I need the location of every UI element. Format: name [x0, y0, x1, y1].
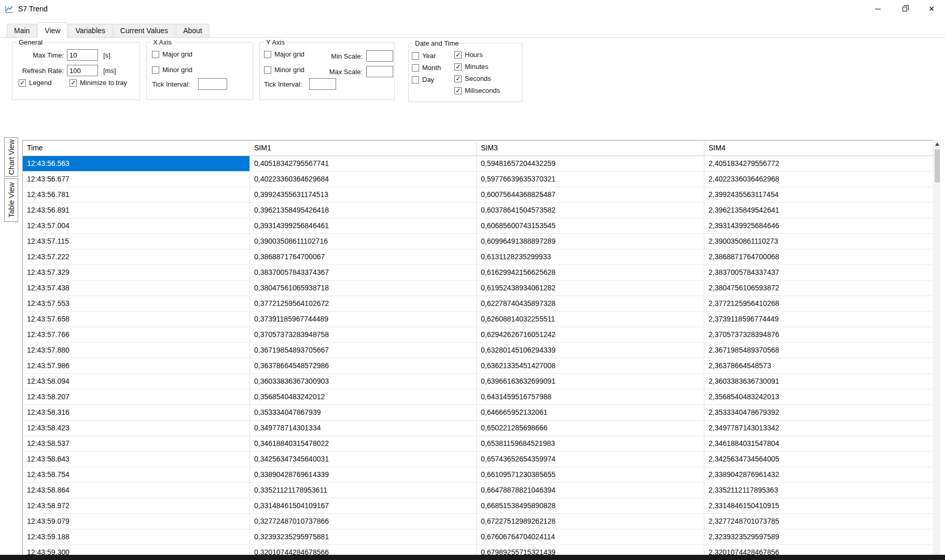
table-row[interactable]: 12:43:57.0040,393143992568464610,6068560…	[23, 218, 934, 234]
tab-variables[interactable]: Variables	[68, 24, 112, 37]
table-cell[interactable]: 2,36378664548573	[704, 358, 934, 374]
tab-main[interactable]: Main	[7, 24, 37, 37]
table-row[interactable]: 12:43:58.9720,331484615041091670,6685153…	[23, 498, 934, 514]
table-row[interactable]: 12:43:59.0790,327724870107378660,6722751…	[23, 514, 934, 529]
column-header-sim1[interactable]: SIM1	[250, 141, 477, 156]
table-cell[interactable]: 0,3868871764700067	[250, 249, 477, 265]
table-cell[interactable]: 0,34618840315478022	[250, 436, 477, 452]
table-cell[interactable]: 2,3962135849542641	[704, 203, 934, 218]
table-row[interactable]: 12:43:56.5630,405183427955677410,5948165…	[23, 156, 934, 172]
table-row[interactable]: 12:43:58.0940,360338363673009030,6396616…	[23, 374, 934, 389]
table-cell[interactable]: 12:43:58.316	[23, 405, 250, 421]
table-cell[interactable]: 12:43:56.563	[23, 156, 250, 172]
table-cell[interactable]: 2,3868871764700068	[704, 249, 934, 265]
x-minor-grid-checkbox[interactable]: Minor grid	[152, 66, 192, 74]
table-cell[interactable]: 0,37391185967744489	[250, 312, 477, 327]
table-row[interactable]: 12:43:58.4230,3497787143013340,650221285…	[23, 421, 934, 436]
table-cell[interactable]: 0,60378641504573582	[477, 203, 704, 218]
column-header-sim4[interactable]: SIM4	[704, 141, 934, 156]
table-cell[interactable]: 0,32772487010737866	[250, 514, 477, 529]
table-cell[interactable]: 0,40518342795567741	[250, 156, 477, 172]
max-time-input[interactable]	[67, 49, 98, 61]
table-row[interactable]: 12:43:58.2070,35685404832420120,64314595…	[23, 389, 934, 405]
y-major-grid-checkbox[interactable]: Major grid	[264, 50, 304, 58]
table-cell[interactable]: 2,3461884031547804	[704, 436, 934, 452]
column-header-sim3[interactable]: SIM3	[477, 141, 704, 156]
table-cell[interactable]: 2,3568540483242013	[704, 389, 934, 405]
minimize-to-tray-checkbox[interactable]: Minimize to tray	[70, 79, 127, 87]
table-cell[interactable]: 0,67227512989262128	[477, 514, 704, 529]
table-cell[interactable]: 2,3533340478679392	[704, 405, 934, 421]
table-row[interactable]: 12:43:58.3160,3533340478679390,646665952…	[23, 405, 934, 421]
table-cell[interactable]: 0,650221285698666	[477, 421, 704, 436]
tab-current-values[interactable]: Current Values	[113, 24, 175, 37]
table-cell[interactable]: 0,59481657204432259	[477, 156, 704, 172]
hours-checkbox[interactable]: Hours	[454, 51, 500, 59]
table-cell[interactable]: 12:43:59.079	[23, 514, 250, 529]
table-row[interactable]: 12:43:58.7540,338904287696143390,6610957…	[23, 467, 934, 483]
table-cell[interactable]: 0,65743652654359974	[477, 452, 704, 467]
day-checkbox[interactable]: Day	[412, 76, 441, 83]
y-tick-interval-input[interactable]	[309, 78, 336, 90]
table-row[interactable]: 12:43:57.8800,367198548937056670,6328014…	[23, 343, 934, 358]
table-cell[interactable]: 0,34256347345640031	[250, 452, 477, 467]
table-cell[interactable]: 2,3314846150410915	[704, 498, 934, 514]
table-cell[interactable]: 12:43:58.537	[23, 436, 250, 452]
table-cell[interactable]: 2,3352112117895363	[704, 483, 934, 498]
table-cell[interactable]: 12:43:57.115	[23, 234, 250, 249]
miliseconds-checkbox[interactable]: Miliseconds	[454, 87, 500, 94]
table-cell[interactable]: 0,33148461504109167	[250, 498, 477, 514]
scroll-up-icon[interactable]	[935, 143, 939, 146]
table-cell[interactable]: 12:43:57.222	[23, 249, 250, 265]
table-cell[interactable]: 12:43:57.329	[23, 265, 250, 281]
table-cell[interactable]: 12:43:58.207	[23, 389, 250, 405]
table-cell[interactable]: 0,62942626716051242	[477, 327, 704, 343]
refresh-rate-input[interactable]	[67, 65, 98, 76]
table-cell[interactable]: 2,3900350861110273	[704, 234, 934, 249]
table-row[interactable]: 12:43:56.8910,396213584954264180,6037864…	[23, 203, 934, 218]
table-cell[interactable]: 0,3568540483242012	[250, 389, 477, 405]
table-cell[interactable]: 0,62278740435897328	[477, 296, 704, 312]
table-row[interactable]: 12:43:57.7660,370573732839487580,6294262…	[23, 327, 934, 343]
table-cell[interactable]: 0,6431459516757988	[477, 389, 704, 405]
min-scale-input[interactable]	[366, 50, 393, 62]
table-cell[interactable]: 0,63280145106294339	[477, 343, 704, 358]
table-cell[interactable]: 0,353334047867939	[250, 405, 477, 421]
vertical-scrollbar[interactable]	[934, 140, 940, 560]
table-row[interactable]: 12:43:57.3290,383700578433743670,6162994…	[23, 265, 934, 281]
table-cell[interactable]: 0,40223360364629684	[250, 172, 477, 187]
table-cell[interactable]: 2,3804756106593872	[704, 281, 934, 296]
table-row[interactable]: 12:43:57.4380,380475610659387180,6195243…	[23, 281, 934, 296]
side-tab-table-view[interactable]: Table View	[4, 178, 18, 222]
table-cell[interactable]: 0,37057373283948758	[250, 327, 477, 343]
table-cell[interactable]: 0,32393235295975881	[250, 529, 477, 545]
table-row[interactable]: 12:43:59.1880,323932352959758810,6760676…	[23, 529, 934, 545]
table-cell[interactable]: 0,65381159684521983	[477, 436, 704, 452]
table-cell[interactable]: 0,33890428769614339	[250, 467, 477, 483]
seconds-checkbox[interactable]: Seconds	[454, 75, 500, 82]
y-minor-grid-checkbox[interactable]: Minor grid	[264, 66, 304, 74]
table-cell[interactable]: 2,3239323529597589	[704, 529, 934, 545]
table-cell[interactable]: 0,59776639635370321	[477, 172, 704, 187]
table-row[interactable]: 12:43:57.1150,390035086111027160,6099649…	[23, 234, 934, 249]
table-row[interactable]: 12:43:57.6580,373911859677444890,6260881…	[23, 312, 934, 327]
table-cell[interactable]: 12:43:57.658	[23, 312, 250, 327]
table-cell[interactable]: 12:43:58.972	[23, 498, 250, 514]
legend-checkbox[interactable]: Legend	[19, 79, 51, 87]
table-cell[interactable]: 0,36719854893705667	[250, 343, 477, 358]
table-cell[interactable]: 0,67606764704024114	[477, 529, 704, 545]
table-row[interactable]: 12:43:57.5530,377212595641026720,6227874…	[23, 296, 934, 312]
tab-about[interactable]: About	[176, 24, 210, 37]
table-cell[interactable]: 2,3497787143013342	[704, 421, 934, 436]
table-cell[interactable]: 0,39621358495426418	[250, 203, 477, 218]
table-cell[interactable]: 0,39924355631174513	[250, 187, 477, 203]
table-cell[interactable]: 0,36033836367300903	[250, 374, 477, 389]
table-cell[interactable]: 0,62608814032255511	[477, 312, 704, 327]
table-row[interactable]: 12:43:56.7810,399243556311745130,6007564…	[23, 187, 934, 203]
table-cell[interactable]: 0,66478878821046394	[477, 483, 704, 498]
table-cell[interactable]: 12:43:58.423	[23, 421, 250, 436]
x-major-grid-checkbox[interactable]: Major grid	[152, 50, 192, 58]
max-scale-input[interactable]	[366, 66, 393, 77]
table-cell[interactable]: 12:43:58.094	[23, 374, 250, 389]
table-cell[interactable]: 12:43:57.004	[23, 218, 250, 234]
